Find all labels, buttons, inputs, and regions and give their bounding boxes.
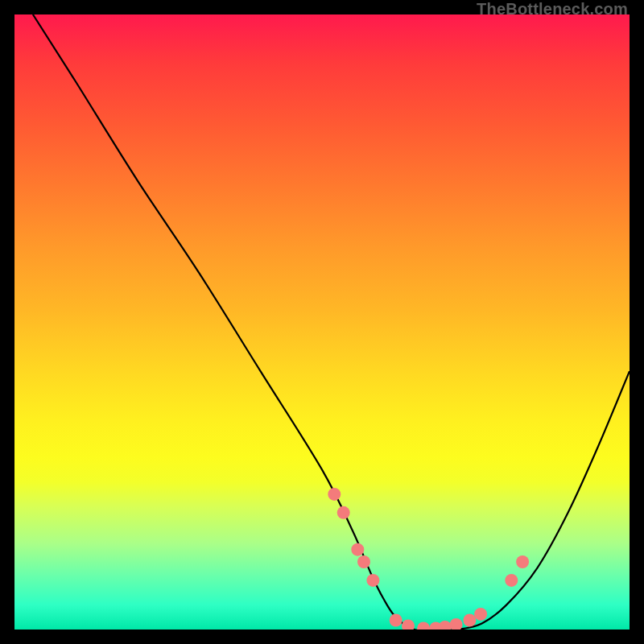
highlight-dot — [390, 614, 402, 627]
highlight-dot — [328, 488, 341, 501]
curve-layer — [14, 14, 630, 630]
watermark-text: TheBottleneck.com — [477, 0, 628, 19]
highlight-dot — [516, 555, 529, 568]
highlight-dots — [328, 488, 529, 630]
highlight-dot — [439, 621, 452, 630]
bottleneck-curve — [33, 14, 630, 630]
highlight-dot — [402, 619, 415, 630]
highlight-dot — [337, 506, 350, 519]
highlight-dot — [450, 618, 463, 630]
highlight-dot — [474, 608, 487, 621]
highlight-dot — [417, 622, 430, 630]
highlight-dot — [366, 574, 379, 587]
highlight-dot — [463, 614, 476, 627]
highlight-dot — [505, 574, 518, 587]
highlight-dot — [357, 555, 370, 568]
chart-frame: TheBottleneck.com — [0, 0, 644, 644]
highlight-dot — [351, 543, 364, 556]
